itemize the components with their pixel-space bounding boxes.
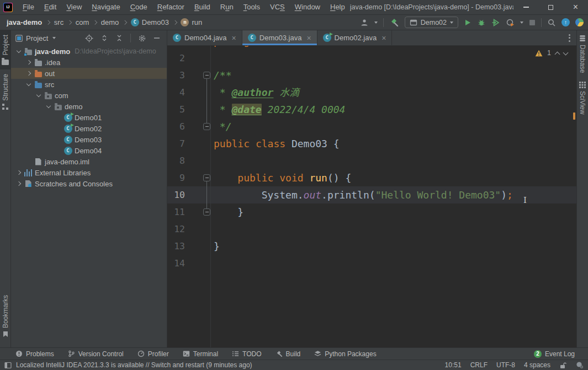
tree-chevron-icon[interactable] [14, 50, 23, 52]
profiler-dropdown-icon[interactable] [520, 22, 523, 24]
minimize-icon[interactable] [513, 0, 538, 14]
maximize-icon[interactable] [538, 0, 563, 14]
close-tab-icon[interactable]: × [382, 34, 386, 42]
tree-chevron-icon[interactable] [34, 94, 43, 96]
tree-chevron-icon[interactable] [44, 105, 53, 108]
tree-item-demo03[interactable]: CDemo03 [11, 134, 167, 145]
line-number[interactable]: 8 [167, 152, 185, 169]
tree-item-java-demo-iml[interactable]: java-demo.iml [11, 156, 167, 167]
tree-item-src[interactable]: src [11, 79, 167, 90]
update-available-icon[interactable]: ↑ [561, 18, 570, 26]
tree-chevron-icon[interactable] [24, 61, 33, 64]
toolwindow-button-database[interactable]: Database [577, 30, 588, 77]
debug-bug-icon[interactable] [477, 18, 486, 27]
toolwindow-toggle-icon[interactable] [4, 362, 12, 369]
fold-end-icon[interactable] [203, 208, 210, 216]
collapse-all-icon[interactable] [115, 34, 123, 42]
breadcrumb-item-src[interactable]: src [54, 18, 63, 26]
menu-refactor[interactable]: Refactor [152, 0, 189, 15]
hide-panel-icon[interactable] [153, 35, 160, 41]
line-separator[interactable]: CRLF [470, 361, 488, 369]
menu-code[interactable]: Code [125, 0, 152, 15]
line-number[interactable]: 2 [167, 50, 185, 67]
tree-item-demo02[interactable]: CDemo02 [11, 123, 167, 134]
toolwindow-button-terminal[interactable]: Terminal [183, 350, 218, 358]
code-line-11[interactable]: 11 } [167, 203, 576, 221]
breadcrumb-item-demo[interactable]: demo [101, 18, 119, 26]
line-number[interactable]: 13 [167, 238, 185, 255]
menu-vcs[interactable]: VCS [265, 0, 290, 15]
toolwindow-button-bookmarks[interactable]: Bookmarks [0, 291, 10, 342]
next-warning-chevron-icon[interactable] [563, 50, 569, 55]
code-line-7[interactable]: 7public class Demo03 { [167, 135, 576, 152]
menu-window[interactable]: Window [290, 0, 325, 15]
error-stripe-warning-mark[interactable] [573, 112, 575, 120]
menu-navigate[interactable]: Navigate [87, 0, 125, 15]
code-line-8[interactable]: 8 [167, 152, 576, 169]
menu-view[interactable]: View [61, 0, 87, 15]
line-number[interactable]: 14 [167, 255, 185, 272]
tree-chevron-icon[interactable] [14, 182, 23, 185]
code-line-14[interactable]: 14 [167, 255, 576, 272]
inspections-widget[interactable]: 1 [535, 49, 568, 57]
tree-item-out[interactable]: out [11, 68, 167, 79]
inspections-level-icon[interactable] [576, 361, 584, 369]
line-number[interactable]: 12 [167, 221, 185, 238]
coverage-icon[interactable] [491, 18, 500, 27]
gear-icon[interactable] [138, 34, 146, 42]
caret-position[interactable]: 10:51 [445, 361, 462, 369]
menu-edit[interactable]: Edit [39, 0, 61, 15]
fold-start-icon[interactable] [203, 174, 210, 181]
line-number[interactable]: 11 [167, 203, 185, 221]
tree-chevron-icon[interactable] [24, 83, 33, 85]
editor-tab-demo03-java[interactable]: CDemo03.java× [242, 30, 317, 45]
build-hammer-icon[interactable] [389, 18, 399, 28]
editor-tab-demo02-java[interactable]: CDemo02.java× [317, 30, 393, 45]
search-everywhere-icon[interactable] [547, 18, 556, 27]
close-tab-icon[interactable]: × [306, 34, 311, 42]
breadcrumb-item-demo03[interactable]: CDemo03 [131, 18, 169, 26]
line-number[interactable]: 6 [167, 118, 185, 135]
close-tab-icon[interactable]: × [232, 34, 236, 42]
line-number[interactable]: 1 [167, 46, 185, 50]
toolwindow-button-sciview[interactable]: SciView [577, 77, 588, 119]
breadcrumb-item-run[interactable]: mrun [181, 18, 202, 26]
previous-warning-chevron-icon[interactable] [555, 51, 560, 57]
tree-item-demo04[interactable]: CDemo04 [11, 145, 167, 156]
toolwindow-button-version-control[interactable]: Version Control [68, 350, 124, 358]
toolwindow-button-event-log[interactable]: 2 Event Log [534, 350, 575, 358]
run-button-icon[interactable] [464, 19, 472, 26]
tab-options-kebab-icon[interactable] [569, 34, 570, 42]
toolwindow-button-problems[interactable]: Problems [15, 350, 54, 358]
project-panel-title[interactable]: Project [26, 34, 48, 42]
fold-start-icon[interactable] [203, 72, 210, 79]
plugin-sphere-icon[interactable] [575, 18, 584, 26]
toolwindow-button-python-packages[interactable]: Python Packages [314, 350, 376, 358]
line-number[interactable]: 10 [167, 186, 185, 203]
run-configuration-select[interactable]: Demo02 [405, 17, 458, 28]
menu-run[interactable]: Run [215, 0, 239, 15]
unlock-icon[interactable] [559, 362, 567, 369]
tree-item-idea[interactable]: .idea [11, 57, 167, 68]
menu-help[interactable]: Help [325, 0, 350, 15]
status-message[interactable]: Localized IntelliJ IDEA 2021.3.3 is avai… [16, 361, 252, 369]
fold-end-icon[interactable] [203, 123, 210, 130]
tree-item-demo01[interactable]: CDemo01 [11, 112, 167, 123]
code-line-3[interactable]: 3/** [167, 67, 576, 84]
code-line-5[interactable]: 5 * @date 2022/4/4 0004 [167, 101, 576, 118]
user-icon[interactable] [360, 18, 369, 27]
tree-item-java-demo[interactable]: java-demoD:\IdeaProjects\java-demo [11, 46, 167, 57]
file-encoding[interactable]: UTF-8 [496, 361, 515, 369]
locate-target-icon[interactable] [85, 34, 93, 42]
tree-item-external-libraries[interactable]: External Libraries [11, 167, 167, 178]
code-line-6[interactable]: 6 */ [167, 118, 576, 135]
code-editor[interactable]: 1package com.demo;23/**4 * @author 水滴5 *… [167, 46, 576, 347]
code-line-13[interactable]: 13} [167, 238, 576, 255]
code-line-12[interactable]: 12 [167, 221, 576, 238]
code-line-10[interactable]: 10 System.out.println("Hello World! Demo… [167, 186, 576, 203]
tree-chevron-icon[interactable] [24, 72, 33, 75]
project-view-icon[interactable] [15, 35, 23, 42]
line-number[interactable]: 5 [167, 101, 185, 118]
toolwindow-button-todo[interactable]: TODO [232, 350, 261, 358]
menu-build[interactable]: Build [189, 0, 215, 15]
